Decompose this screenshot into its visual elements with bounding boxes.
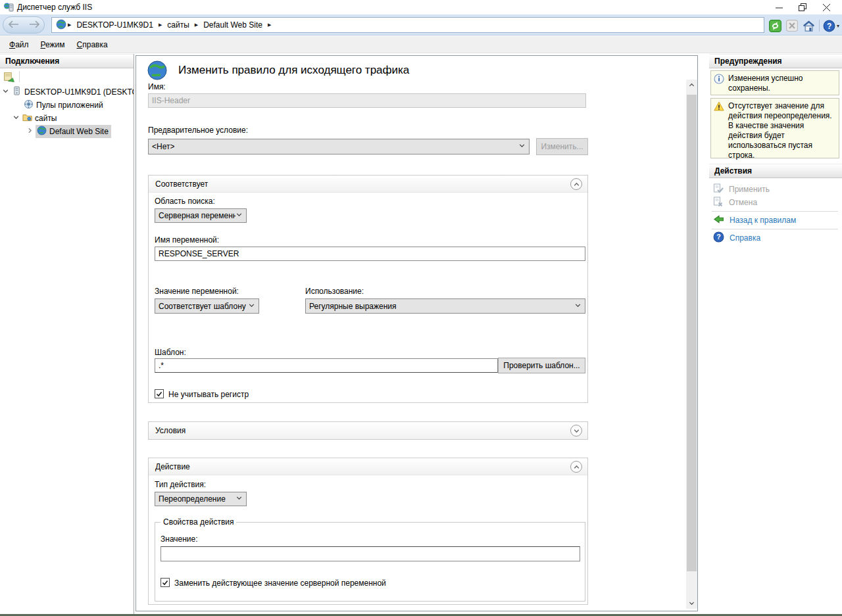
back-to-rules-link[interactable]: Назад к правилам: [713, 214, 796, 227]
breadcrumb-arrow-icon[interactable]: ▶: [195, 22, 198, 28]
variable-name-field[interactable]: [155, 247, 585, 261]
menu-file[interactable]: Файл: [3, 40, 35, 49]
connections-header: Подключения: [0, 54, 134, 68]
tree-item-label: Пулы приложений: [36, 101, 103, 110]
match-section-header[interactable]: Соответствует: [149, 176, 587, 193]
toolbar-divider: [819, 20, 820, 32]
breadcrumb-item-server[interactable]: DESKTOP-U1MK9D1: [76, 20, 153, 30]
cancel-label: Отмена: [729, 198, 757, 207]
collapse-icon[interactable]: [570, 461, 582, 473]
close-button[interactable]: [814, 0, 838, 14]
window-title: Диспетчер служб IIS: [17, 3, 92, 12]
variable-value-label: Значение переменной:: [155, 287, 239, 296]
app-pools-icon: [24, 99, 34, 111]
chevron-down-icon: [235, 211, 243, 220]
chevron-expanded-icon[interactable]: [2, 87, 9, 97]
tree-item-server[interactable]: DESKTOP-U1MK9D1 (DESKTOP: [0, 85, 134, 99]
chevron-down-icon: [518, 142, 526, 151]
menu-view[interactable]: Режим: [35, 40, 71, 49]
toolbar-divider: [19, 71, 20, 82]
breadcrumb: ▶ DESKTOP-U1MK9D1 ▶ сайты ▶ Default Web …: [51, 17, 764, 33]
back-arrow-icon: [713, 214, 724, 227]
home-icon[interactable]: [802, 19, 815, 32]
scroll-up-icon[interactable]: [686, 80, 697, 91]
minimize-button[interactable]: [767, 0, 791, 14]
scrollbar-thumb[interactable]: [687, 95, 697, 571]
pattern-field[interactable]: [155, 358, 498, 373]
apply-action[interactable]: Применить: [713, 183, 770, 196]
tree-item-sites[interactable]: сайты: [0, 112, 134, 125]
apply-icon: [713, 183, 724, 196]
breadcrumb-arrow-icon[interactable]: ▶: [159, 22, 162, 28]
tree-item-default-web-site[interactable]: Default Web Site: [0, 125, 134, 138]
help-link[interactable]: ? Справка: [713, 231, 760, 245]
replace-checkbox[interactable]: [161, 578, 170, 587]
expand-icon[interactable]: [570, 425, 582, 437]
menu-bar: Файл Режим Справка: [0, 36, 842, 53]
match-section: Соответствует Область поиска: Серверная …: [148, 175, 588, 403]
alert-warning: Отсутствует значение для действия переоп…: [710, 98, 839, 158]
pattern-label: Шаблон:: [155, 348, 186, 357]
action-type-select[interactable]: Переопределение: [155, 492, 247, 506]
chevron-down-icon: [248, 302, 255, 311]
save-connection-icon[interactable]: [3, 71, 14, 84]
back-icon[interactable]: [9, 20, 19, 30]
edit-button[interactable]: Изменить...: [536, 138, 588, 155]
breadcrumb-item-website[interactable]: Default Web Site: [203, 20, 262, 30]
address-bar: ▶ DESKTOP-U1MK9D1 ▶ сайты ▶ Default Web …: [0, 14, 842, 36]
scope-select[interactable]: Серверная переменн: [155, 208, 247, 223]
replace-label: Заменить действующее значение серверной …: [174, 579, 386, 588]
restore-button[interactable]: [791, 0, 814, 14]
action-type-label: Тип действия:: [155, 480, 206, 489]
action-section-header[interactable]: Действие: [149, 458, 587, 475]
sites-folder-icon: [22, 112, 32, 124]
chevron-expanded-icon[interactable]: [12, 114, 20, 123]
tree-item-app-pools[interactable]: Пулы приложений: [0, 99, 134, 112]
variable-value-select[interactable]: Соответствует шаблону: [155, 298, 259, 314]
chevron-collapsed-icon[interactable]: [26, 127, 34, 136]
apply-label: Применить: [729, 185, 770, 194]
info-icon: [714, 74, 724, 92]
breadcrumb-arrow-icon[interactable]: ▶: [68, 22, 71, 28]
right-panel: Предупреждения Изменения успешно сохране…: [709, 54, 842, 614]
value-label: Значение:: [161, 534, 198, 544]
precondition-select[interactable]: <Нет>: [148, 139, 530, 154]
name-label: Имя:: [148, 82, 166, 91]
usage-select[interactable]: Регулярные выражения: [305, 298, 585, 314]
collapse-icon[interactable]: [570, 178, 582, 190]
globe-icon: [147, 60, 168, 83]
alert-text: Изменения успешно сохранены.: [728, 74, 836, 92]
menu-help[interactable]: Справка: [71, 40, 114, 49]
tree-item-label: сайты: [35, 114, 57, 123]
ignore-case-checkbox[interactable]: [155, 389, 164, 398]
breadcrumb-item-sites[interactable]: сайты: [167, 20, 189, 30]
chevron-down-icon: [235, 494, 243, 504]
divider: [712, 229, 838, 229]
refresh-icon[interactable]: [768, 19, 781, 32]
precondition-label: Предварительное условие:: [148, 126, 248, 135]
breadcrumb-arrow-icon[interactable]: ▶: [268, 22, 271, 28]
tree-item-label: DESKTOP-U1MK9D1 (DESKTOP: [24, 87, 134, 97]
vertical-scrollbar[interactable]: [686, 80, 697, 609]
actions-header: Действия: [709, 164, 842, 178]
help-caret-icon[interactable]: ▾: [837, 23, 839, 29]
scroll-down-icon[interactable]: [686, 598, 697, 609]
help-icon[interactable]: ?: [822, 19, 835, 32]
stop-icon[interactable]: [785, 19, 799, 32]
name-field[interactable]: [148, 93, 586, 108]
cancel-action[interactable]: Отмена: [713, 196, 757, 209]
tree-item-label: Default Web Site: [49, 127, 109, 136]
value-field[interactable]: [161, 546, 580, 561]
forward-icon[interactable]: [29, 20, 39, 30]
title-bar: Диспетчер служб IIS: [0, 0, 842, 14]
conditions-section: Условия: [148, 421, 588, 440]
test-pattern-button[interactable]: Проверить шаблон...: [498, 358, 585, 373]
tree-selection[interactable]: Default Web Site: [36, 125, 111, 138]
conditions-section-header[interactable]: Условия: [149, 422, 587, 439]
page-title: Изменить правило для исходящего трафика: [178, 64, 409, 77]
back-to-rules-label: Назад к правилам: [730, 216, 796, 225]
usage-label: Использование:: [305, 287, 364, 296]
divider: [712, 211, 838, 212]
server-icon: [12, 86, 22, 98]
action-section: Действие Тип действия: Переопределение С…: [148, 458, 588, 605]
